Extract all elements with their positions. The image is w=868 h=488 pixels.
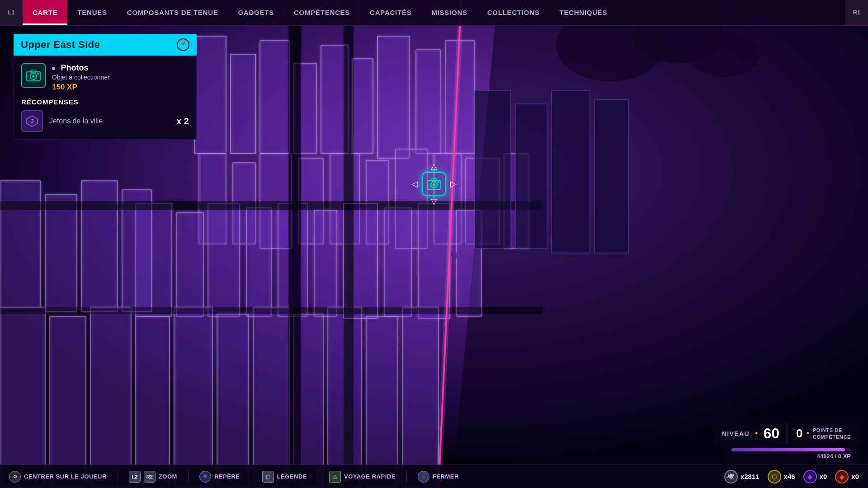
competence-label: POINTS DE COMPÉTENCE [813,427,851,440]
svg-rect-55 [552,90,590,253]
city-token-icon: ⬡ [768,470,781,483]
competence-separator: • [806,429,809,438]
cursor-arrow-top: △ [431,161,437,171]
tab-composants-de-tenue[interactable]: COMPOSANTS DE TENUE [117,0,228,25]
reward-icon-box: J [21,110,43,132]
collectible-xp: 150 XP [52,83,110,92]
tab-techniques[interactable]: TECHNIQUES [550,0,618,25]
cursor-arrow-bottom: ▽ [431,197,437,206]
svg-rect-45 [288,0,301,488]
svg-text:J: J [30,118,33,125]
svg-rect-46 [344,0,354,488]
svg-rect-44 [402,307,439,488]
pin-icon: 📍 [177,38,189,51]
svg-rect-6 [353,59,373,154]
currency-city-tokens: ⬡ x46 [768,470,795,483]
red-token-icon: ◆ [835,470,849,483]
info-panel: Upper East Side 📍 Photos Objet à collect… [14,34,197,140]
tab-tenues[interactable]: TENUES [67,0,117,25]
hint-legende: □ LÉGENDE [262,471,307,483]
hint-zoom: L2 R2 ZOOM [129,471,177,483]
svg-rect-1 [194,36,226,154]
tab-collections[interactable]: COLLECTIONS [477,0,550,25]
circle-button-icon: ○ [418,471,429,483]
hint-repere-label: REPÈRE [214,473,240,480]
svg-rect-35 [50,316,86,488]
level-label: NIVEAU [722,430,750,437]
hint-repere: ✕ REPÈRE [199,471,240,483]
r2-badge: R2 [144,471,156,483]
map-cursor: ◁ ▷ △ ▽ [411,161,457,206]
svg-rect-32 [81,181,118,312]
tab-missions[interactable]: MISSIONS [421,0,477,25]
camera-icon-box [21,63,46,88]
analog-stick-icon: ⊙ [9,471,21,483]
collectible-subtitle: Objet à collectionner [52,74,110,81]
hint-center-label: CENTRER SUR LE JOUEUR [24,473,107,480]
svg-rect-43 [366,316,398,488]
hint-center-player: ⊙ CENTRER SUR LE JOUEUR [9,471,107,483]
bottom-currencies: 🕷 x2811 ⬡ x46 ◆ x0 ◆ x0 [724,470,859,483]
svg-rect-2 [231,54,255,154]
svg-rect-38 [174,307,212,488]
rewards-label: RÉCOMPENSES [21,98,189,106]
hint-separator-2 [188,470,189,483]
hint-fermer: ○ FERMER [418,471,459,483]
xp-bar-background [731,448,851,451]
svg-point-66 [32,75,35,78]
top-navigation: L1 CARTE TENUES COMPOSANTS DE TENUE GADG… [0,0,868,26]
svg-rect-53 [475,90,511,249]
triangle-button-icon: △ [329,471,341,483]
svg-rect-23 [246,208,271,316]
svg-rect-48 [0,307,542,314]
hint-separator-5 [406,470,407,483]
currency-red-tokens: ◆ x0 [835,470,859,483]
competence-block: 0 • POINTS DE COMPÉTENCE [788,422,859,445]
district-name: Upper East Side [21,39,100,51]
svg-rect-8 [416,50,441,154]
competence-number: 0 [796,427,802,441]
reward-count: x 2 [176,116,189,127]
svg-rect-40 [253,307,289,488]
tab-carte[interactable]: CARTE [23,0,67,25]
hint-separator-4 [318,470,318,483]
collectible-name: Photos [52,63,110,73]
svg-rect-31 [45,194,77,312]
svg-rect-27 [384,208,411,316]
svg-rect-7 [377,36,409,158]
svg-rect-54 [515,104,547,249]
svg-rect-47 [0,201,542,210]
collectible-info: Photos Objet à collectionner 150 XP [52,63,110,92]
svg-rect-34 [0,307,45,488]
hint-voyage-label: VOYAGE RAPIDE [344,473,396,480]
panel-body: Photos Objet à collectionner 150 XP RÉCO… [14,56,197,140]
level-block: NIVEAU • 60 [714,422,788,445]
svg-rect-39 [217,314,249,488]
l1-badge: L1 [0,0,23,25]
reward-name: Jetons de la ville [49,117,170,125]
level-number: 60 [763,425,779,442]
xp-bar-fill [731,448,845,451]
tab-competences[interactable]: COMPÉTENCES [284,0,360,25]
purple-token-icon: ◆ [803,470,817,483]
tab-gadgets[interactable]: GADGETS [228,0,284,25]
svg-rect-22 [208,203,240,316]
tab-capacites[interactable]: CAPACITÉS [360,0,421,25]
city-token-value: x46 [784,473,795,480]
spider-token-value: x2811 [741,473,760,480]
xp-block: 44824 / 0 XP [723,446,859,463]
svg-rect-25 [314,210,337,316]
spider-token-icon: 🕷 [724,470,738,483]
hint-legende-label: LÉGENDE [277,473,307,480]
level-separator: • [755,429,758,438]
svg-rect-37 [136,316,170,488]
square-button-icon: □ [262,471,274,483]
cursor-arrow-left: ◁ [411,179,418,189]
bottom-bar: ⊙ CENTRER SUR LE JOUEUR L2 R2 ZOOM ✕ REP… [0,465,868,488]
hint-voyage-rapide: △ VOYAGE RAPIDE [329,471,396,483]
svg-point-63 [451,252,458,259]
reward-row: J Jetons de la ville x 2 [21,110,189,132]
cursor-arrow-right: ▷ [450,179,457,189]
cross-button-icon: ✕ [199,471,211,483]
panel-title-bar: Upper East Side 📍 [14,34,197,56]
